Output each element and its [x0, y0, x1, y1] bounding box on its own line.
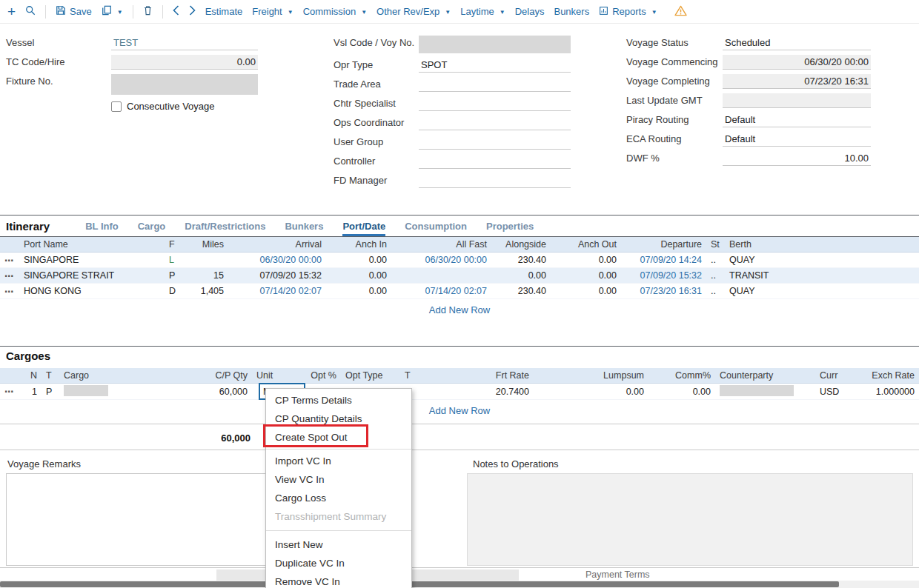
cell-arrival[interactable]: 07/09/20 15:32 [228, 270, 326, 281]
row-menu-icon[interactable]: ⋯ [0, 286, 19, 297]
cell-miles[interactable]: 1,405 [187, 286, 228, 296]
col-arrival[interactable]: Arrival [228, 239, 326, 250]
eca-routing-input[interactable]: Default [723, 132, 871, 147]
cell-function[interactable]: L [165, 255, 187, 265]
tab-bunkers[interactable]: Bunkers [285, 221, 323, 236]
cell-t[interactable]: P [42, 387, 59, 397]
col-opt-pct[interactable]: Opt % [296, 370, 341, 381]
cell-frt-rate[interactable]: 20.7400 [430, 387, 534, 397]
cell-departure[interactable]: 07/09/20 14:24 [621, 255, 706, 265]
next-voyage-button[interactable] [189, 5, 196, 18]
col-curr[interactable]: Curr [815, 370, 849, 381]
tab-port-date[interactable]: Port/Date [342, 221, 385, 236]
tab-bl-info[interactable]: BL Info [85, 221, 119, 236]
consecutive-voyage-checkbox[interactable] [111, 101, 122, 112]
cell-berth[interactable]: TRANSIT [725, 270, 919, 281]
commission-menu[interactable]: Commission▼ [303, 6, 367, 17]
row-menu-icon[interactable]: ⋯ [0, 255, 19, 266]
cell-st[interactable]: .. [706, 255, 725, 265]
tab-consumption[interactable]: Consumption [405, 221, 467, 236]
cell-anch-out[interactable]: 0.00 [551, 286, 621, 296]
trade-area-input[interactable] [419, 77, 571, 92]
menu-item-cp-quantity-details[interactable]: CP Quantity Details [266, 410, 411, 428]
col-t2[interactable]: T [400, 370, 430, 381]
col-cargo[interactable]: Cargo [59, 370, 208, 381]
notes-to-operations-textarea[interactable] [467, 473, 913, 566]
col-t[interactable]: T [42, 370, 59, 381]
cell-counterparty[interactable] [715, 385, 815, 398]
menu-item-remove-vc-in[interactable]: Remove VC In [266, 572, 411, 588]
fixture-no-input[interactable] [111, 74, 258, 95]
cell-berth[interactable]: QUAY [725, 286, 919, 296]
cell-n[interactable]: 1 [21, 387, 42, 397]
row-menu-icon[interactable]: ⋯ [0, 270, 19, 281]
bunkers-menu[interactable]: Bunkers [554, 6, 589, 17]
col-lumpsum[interactable]: Lumpsum [534, 370, 648, 381]
estimate-menu[interactable]: Estimate [205, 6, 243, 17]
col-frt-rate[interactable]: Frt Rate [430, 370, 534, 381]
vsl-code-voy-no-input[interactable] [419, 36, 571, 53]
tab-cargo[interactable]: Cargo [138, 221, 166, 236]
cell-alongside[interactable]: 230.40 [491, 286, 551, 296]
cell-anch-in[interactable]: 0.00 [326, 270, 391, 281]
col-miles[interactable]: Miles [187, 239, 228, 250]
horizontal-scrollbar-thumb[interactable] [0, 581, 839, 587]
row-menu-icon[interactable]: ⋯ [0, 386, 21, 397]
validation-warning-button[interactable] [674, 5, 687, 19]
col-berth[interactable]: Berth [725, 239, 919, 250]
col-comm-pct[interactable]: Comm% [648, 370, 715, 381]
tab-properties[interactable]: Properties [486, 221, 534, 236]
delete-button[interactable] [143, 5, 153, 18]
col-anch-in[interactable]: Anch In [326, 239, 391, 250]
cell-all-fast[interactable]: 07/14/20 02:07 [391, 286, 491, 296]
voyage-status-value[interactable]: Scheduled [723, 36, 871, 50]
cell-function[interactable]: D [165, 286, 187, 296]
laytime-menu[interactable]: Laytime▼ [460, 6, 505, 17]
tc-code-hire-input[interactable]: 0.00 [111, 55, 258, 70]
itinerary-add-new-row-link[interactable]: Add New Row [429, 304, 490, 315]
col-counterparty[interactable]: Counterparty [715, 370, 815, 381]
menu-item-cargo-loss[interactable]: Cargo Loss [266, 489, 411, 507]
cell-exch-rate[interactable]: 1.000000 [849, 387, 919, 397]
cell-berth[interactable]: QUAY [725, 255, 919, 265]
cell-anch-in[interactable]: 0.00 [326, 255, 391, 265]
other-rev-exp-menu[interactable]: Other Rev/Exp▼ [376, 6, 451, 17]
cell-port-name[interactable]: HONG KONG [19, 286, 165, 296]
previous-voyage-button[interactable] [173, 5, 179, 18]
cell-departure[interactable]: 07/23/20 16:31 [621, 286, 706, 296]
cell-miles[interactable]: 15 [187, 270, 228, 281]
col-unit[interactable]: Unit [252, 370, 296, 381]
cell-all-fast[interactable]: 06/30/20 00:00 [391, 255, 491, 265]
col-exch-rate[interactable]: Exch Rate [849, 370, 919, 381]
cell-lumpsum[interactable]: 0.00 [534, 387, 648, 397]
col-opt-type[interactable]: Opt Type [341, 370, 400, 381]
col-f[interactable]: F [165, 239, 187, 250]
save-button[interactable]: Save [56, 5, 92, 18]
cell-arrival[interactable]: 06/30/20 00:00 [228, 255, 326, 265]
menu-item-duplicate-vc-in[interactable]: Duplicate VC In [266, 554, 411, 572]
new-voyage-button[interactable]: + [7, 5, 16, 19]
vessel-input[interactable]: TEST [111, 36, 258, 50]
copy-voyage-button[interactable]: ▼ [102, 5, 123, 18]
cell-function[interactable]: P [165, 270, 187, 281]
controller-input[interactable] [419, 154, 571, 169]
user-group-input[interactable] [419, 135, 571, 150]
col-anch-out[interactable]: Anch Out [551, 239, 621, 250]
piracy-routing-input[interactable]: Default [723, 113, 871, 127]
cell-arrival[interactable]: 07/14/20 02:07 [228, 286, 326, 296]
col-all-fast[interactable]: All Fast [391, 239, 491, 250]
freight-menu[interactable]: Freight▼ [252, 6, 293, 17]
tab-draft-restrictions[interactable]: Draft/Restrictions [185, 221, 265, 236]
col-st[interactable]: St [706, 239, 725, 250]
chtr-specialist-input[interactable] [419, 96, 571, 111]
cell-anch-out[interactable]: 0.00 [551, 255, 621, 265]
cell-st[interactable]: .. [706, 286, 725, 296]
menu-item-insert-new[interactable]: Insert New [266, 535, 411, 554]
col-n[interactable]: N [21, 370, 42, 381]
col-alongside[interactable]: Alongside [491, 239, 551, 250]
ops-coordinator-input[interactable] [419, 116, 571, 130]
cargoes-add-new-row-link[interactable]: Add New Row [429, 405, 490, 416]
col-departure[interactable]: Departure [621, 239, 706, 250]
cell-anch-in[interactable]: 0.00 [326, 286, 391, 296]
cell-anch-out[interactable]: 0.00 [551, 270, 621, 281]
